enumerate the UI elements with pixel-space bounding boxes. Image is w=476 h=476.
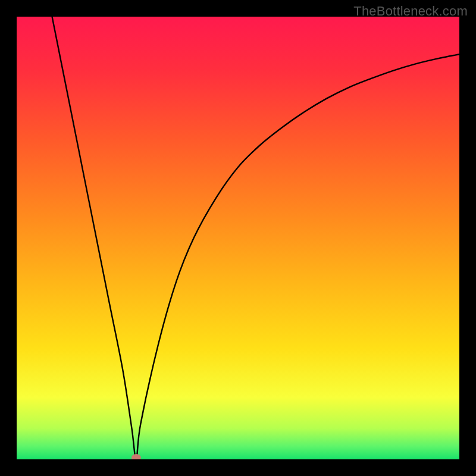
optimal-point-dot	[131, 454, 141, 459]
plot-area	[17, 17, 459, 459]
bottleneck-curve	[17, 17, 459, 459]
chart-frame: TheBottleneck.com	[0, 0, 476, 476]
curve-line	[52, 17, 459, 459]
